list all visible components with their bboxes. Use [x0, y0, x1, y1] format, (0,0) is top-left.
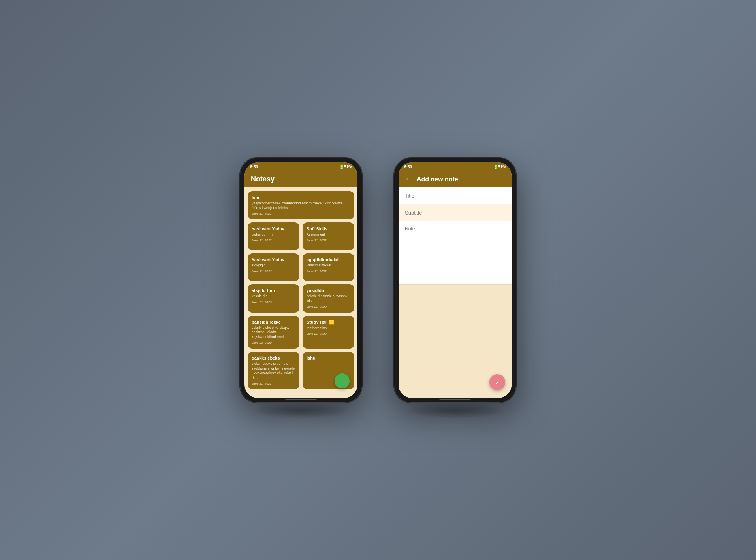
title-field-container [399, 187, 512, 204]
note-date: June 21, 2023 [307, 305, 350, 308]
note-area-container [399, 221, 512, 285]
notes-list: Ishu yasjdkfldbemwmw mwnnebdbd emdm rnek… [244, 187, 357, 398]
status-time-2: 6:50 [404, 164, 412, 169]
note-card-yashvant2[interactable]: Yashvant Yadav sfdkglglg June 21, 2023 [248, 253, 299, 281]
note-date: June 21, 2023 [252, 300, 295, 304]
phone-1-screen: 6:50 🔋51% Notesy Ishu yasjdkfldbemwmw mw… [244, 162, 357, 398]
note-date: June 21, 2023 [307, 239, 350, 242]
home-indicator-2 [439, 399, 471, 400]
note-subtitle: veksld d d [252, 294, 295, 299]
status-bar-2: 6:50 🔋51% [399, 162, 512, 171]
note-title: yasjdldn [307, 288, 350, 293]
app-bar-1: Notesy [244, 171, 357, 187]
note-textarea[interactable] [405, 226, 505, 279]
status-time-1: 6:50 [250, 164, 258, 169]
phone-2: 6:50 🔋51% ← Add new note ✓ [394, 158, 516, 403]
note-date: June 23, 2023 [252, 341, 295, 344]
app-title-1: Notesy [251, 175, 275, 183]
note-subtitle: vsksIx e skx e kd sbxjxv sbskxbe kekxbe … [252, 325, 295, 339]
add-note-bottom: ✓ [399, 285, 512, 398]
status-bar-1: 6:50 🔋51% [244, 162, 357, 171]
note-subtitle: yasjdkfldbemwmw mwnnebdbd emdm rneke r k… [252, 201, 350, 210]
note-title: Ishu [252, 195, 350, 200]
note-subtitle: Assignment [307, 232, 350, 237]
note-date: June 21, 2023 [252, 381, 295, 385]
note-title: bansldn rekke [252, 319, 295, 324]
note-card-yashvant1[interactable]: Yashvant Yadav gwksfIgg fnm June 21, 202… [248, 222, 299, 250]
note-title: Ishu [307, 355, 350, 360]
note-date: June 21, 2023 [252, 239, 295, 242]
note-subtitle: vsmsld evwkwk [307, 263, 350, 268]
note-date: June 21, 2023 [307, 270, 350, 273]
title-input[interactable] [405, 193, 505, 199]
note-title: Yashvant Yadav [252, 226, 295, 231]
add-note-content: ✓ [399, 187, 512, 398]
note-card-ishu[interactable]: Ishu yasjdkfldbemwmw mwnnebdbd emdm rnek… [248, 191, 354, 219]
note-date: June 21, 2023 [252, 212, 350, 215]
note-subtitle: sfdkglglg [252, 263, 295, 268]
note-title: afsjdld fbm [252, 288, 295, 293]
subtitle-input[interactable] [405, 210, 505, 216]
note-card-yasjdldn[interactable]: yasjdldn bakslx d bsmzlx s. wmsnx wls Ju… [303, 284, 354, 312]
save-note-fab[interactable]: ✓ [489, 374, 505, 390]
note-card-studyhall[interactable]: Study Hall 🟨 Mathematics June 21, 2023 [303, 315, 354, 348]
note-card-bansldn[interactable]: bansldn rekke vsksIx e skx e kd sbxjxv s… [248, 315, 299, 348]
note-title: Soft Skills [307, 226, 350, 231]
phone-1: 6:50 🔋51% Notesy Ishu yasjdkfldbemwmw mw… [240, 158, 362, 403]
note-subtitle: vwks r ebeks svbdnld s svqblams e wnlwms… [252, 361, 295, 380]
note-subtitle: Mathematics [307, 326, 350, 330]
app-bar-2: ← Add new note [399, 171, 512, 187]
note-card-gaakks[interactable]: gaakks ebeks vwks r ebeks svbdnld s svqb… [248, 351, 299, 389]
status-battery-1: 🔋51% [339, 164, 352, 169]
note-card-softskills[interactable]: Soft Skills Assignment June 21, 2023 [303, 222, 354, 250]
note-date: June 21, 2023 [307, 332, 350, 336]
note-title: Study Hall 🟨 [307, 319, 350, 324]
add-note-title: Add new note [417, 175, 458, 183]
home-indicator-1 [285, 399, 317, 400]
subtitle-field-container [399, 204, 512, 221]
note-title: agsjdldbbrkalak [307, 257, 350, 262]
phone-2-screen: 6:50 🔋51% ← Add new note ✓ [399, 162, 512, 398]
back-icon[interactable]: ← [405, 175, 412, 183]
note-title: Yashvant Yadav [252, 257, 295, 262]
note-date: June 21, 2023 [252, 270, 295, 273]
note-title: gaakks ebeks [252, 355, 295, 360]
note-subtitle: gwksfIgg fnm [252, 232, 295, 237]
status-battery-2: 🔋51% [493, 164, 506, 169]
note-subtitle: bakslx d bsmzlx s. wmsnx wls [307, 294, 350, 303]
note-card-agsjdld[interactable]: agsjdldbbrkalak vsmsld evwkwk June 21, 2… [303, 253, 354, 281]
add-note-fab[interactable]: + [335, 373, 350, 388]
note-card-afsjdld[interactable]: afsjdld fbm veksld d d June 21, 2023 [248, 284, 299, 312]
